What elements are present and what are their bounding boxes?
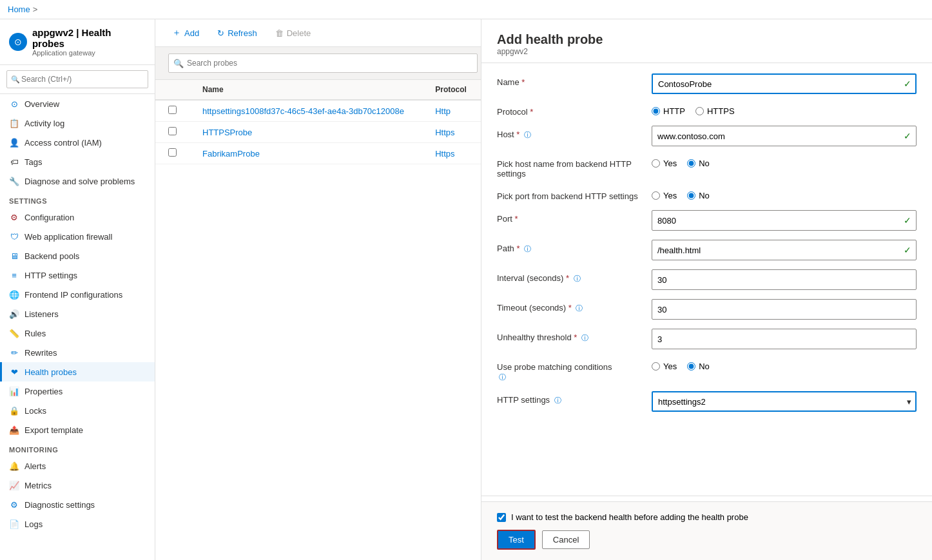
sidebar-item-backend-pools[interactable]: 🖥 Backend pools: [0, 246, 155, 266]
protocol-https-label[interactable]: HTTPS: [695, 106, 735, 116]
unhealthy-label: Unhealthy threshold * ⓘ: [497, 329, 652, 343]
delete-button[interactable]: 🗑 Delete: [271, 26, 315, 41]
sidebar-item-label: Diagnostic settings: [24, 500, 95, 510]
http-settings-control: httpsettings2 ▾: [652, 391, 917, 412]
sidebar-item-health-probes[interactable]: ❤ Health probes: [0, 362, 155, 381]
sidebar-item-activity-log[interactable]: 📋 Activity log: [0, 113, 155, 133]
refresh-button[interactable]: ↻ Refresh: [213, 26, 261, 41]
interval-control: [652, 269, 917, 290]
pick-host-yes-radio[interactable]: [652, 159, 660, 168]
path-input[interactable]: [652, 240, 917, 260]
probe-matching-no-label[interactable]: No: [687, 362, 710, 371]
pick-port-no-radio[interactable]: [687, 191, 695, 200]
sidebar-item-logs[interactable]: 📄 Logs: [0, 514, 155, 534]
pick-host-no-label[interactable]: No: [687, 159, 710, 168]
table-area: Name Protocol httpsettings1008fd37c-46c5…: [155, 80, 481, 560]
sidebar-item-configuration[interactable]: ⚙ Configuration: [0, 208, 155, 227]
sidebar-item-label: Rewrites: [24, 348, 57, 358]
probe-matching-control: Yes No: [652, 358, 917, 371]
pick-port-no-text: No: [699, 191, 710, 200]
protocol-http-radio[interactable]: [652, 107, 660, 115]
path-input-wrap: ✓: [652, 240, 917, 260]
port-input-wrap: ✓: [652, 210, 917, 231]
probe-matching-yes-label[interactable]: Yes: [652, 362, 677, 371]
table-search-area: 🔍: [155, 47, 481, 80]
sidebar-item-alerts[interactable]: 🔔 Alerts: [0, 456, 155, 476]
table-search-icon: 🔍: [173, 59, 184, 68]
sidebar-item-metrics[interactable]: 📈 Metrics: [0, 476, 155, 495]
sidebar-item-label: Activity log: [24, 119, 64, 128]
sidebar-item-waf[interactable]: 🛡 Web application firewall: [0, 227, 155, 246]
row-name[interactable]: HTTPSProbe: [202, 128, 252, 137]
test-button[interactable]: Test: [497, 530, 536, 550]
delete-label: Delete: [287, 28, 311, 38]
row-checkbox[interactable]: [168, 106, 177, 114]
sidebar-item-frontend-ip[interactable]: 🌐 Frontend IP configurations: [0, 285, 155, 304]
protocol-https-radio[interactable]: [695, 107, 704, 115]
form-row-host: Host * ⓘ ✓: [497, 126, 917, 146]
path-info-icon: ⓘ: [524, 245, 531, 253]
probe-matching-no-radio[interactable]: [687, 362, 695, 371]
sidebar-item-label: Configuration: [24, 213, 74, 222]
row-checkbox[interactable]: [168, 127, 177, 135]
pick-port-yes-radio[interactable]: [652, 191, 660, 200]
timeout-info-icon: ⓘ: [576, 304, 583, 312]
monitoring-section-label: Monitoring: [0, 439, 155, 456]
pick-port-radio-group: Yes No: [652, 188, 917, 200]
host-input[interactable]: [652, 126, 917, 146]
host-check-icon: ✓: [904, 131, 911, 141]
sidebar-search-input[interactable]: [6, 70, 148, 88]
sidebar-item-tags[interactable]: 🏷 Tags: [0, 152, 155, 171]
sidebar-item-listeners[interactable]: 🔊 Listeners: [0, 304, 155, 323]
sidebar-item-export-template[interactable]: 📤 Export template: [0, 420, 155, 439]
listeners-icon: 🔊: [9, 309, 19, 319]
pick-host-no-radio[interactable]: [687, 159, 695, 168]
panel-footer: I want to test the backend health before…: [481, 501, 932, 560]
test-checkbox[interactable]: [497, 513, 506, 522]
pick-host-yes-text: Yes: [663, 159, 677, 168]
sidebar-item-diagnostic-settings[interactable]: ⚙ Diagnostic settings: [0, 495, 155, 514]
resource-title: ⊙ appgwv2 | Health probes Application ga…: [9, 27, 146, 57]
breadcrumb-home[interactable]: Home: [8, 5, 30, 14]
pick-port-yes-label[interactable]: Yes: [652, 191, 677, 200]
row-name[interactable]: FabrikamProbe: [202, 149, 260, 159]
row-protocol: Https: [422, 143, 481, 164]
protocol-http-label[interactable]: HTTP: [652, 106, 685, 116]
cancel-button[interactable]: Cancel: [542, 530, 590, 549]
row-name[interactable]: httpsettings1008fd37c-46c5-43ef-ae4a-3db…: [202, 106, 404, 116]
table-search-input[interactable]: [168, 53, 478, 73]
sidebar-item-http-settings[interactable]: ≡ HTTP settings: [0, 266, 155, 285]
refresh-label: Refresh: [228, 28, 257, 38]
unhealthy-control: [652, 329, 917, 349]
sidebar-item-properties[interactable]: 📊 Properties: [0, 381, 155, 401]
http-settings-info-icon: ⓘ: [554, 396, 561, 404]
http-settings-select[interactable]: httpsettings2: [652, 391, 917, 412]
export-template-icon: 📤: [9, 425, 19, 435]
sidebar-header: ⊙ appgwv2 | Health probes Application ga…: [0, 19, 155, 65]
row-checkbox[interactable]: [168, 148, 177, 157]
pick-host-control: Yes No: [652, 155, 917, 168]
pick-host-label: Pick host name from backend HTTP setting…: [497, 155, 652, 179]
port-input[interactable]: [652, 210, 917, 231]
pick-port-no-label[interactable]: No: [687, 191, 710, 200]
name-control: ✓: [652, 73, 917, 94]
add-button[interactable]: ＋ Add: [168, 24, 203, 41]
http-settings-select-wrap: httpsettings2 ▾: [652, 391, 917, 412]
interval-input-wrap: [652, 269, 917, 290]
diagnostic-settings-icon: ⚙: [9, 499, 19, 510]
sidebar-item-overview[interactable]: ⊙ Overview: [0, 94, 155, 113]
timeout-input[interactable]: [652, 299, 917, 320]
sidebar-item-rules[interactable]: 📏 Rules: [0, 323, 155, 343]
pick-host-yes-label[interactable]: Yes: [652, 159, 677, 168]
sidebar-item-diagnose[interactable]: 🔧 Diagnose and solve problems: [0, 171, 155, 191]
sidebar-item-locks[interactable]: 🔒 Locks: [0, 401, 155, 420]
sidebar-search-wrap: 🔍: [6, 70, 148, 88]
unhealthy-input[interactable]: [652, 329, 917, 349]
name-input[interactable]: [652, 73, 917, 94]
probe-matching-yes-radio[interactable]: [652, 362, 660, 371]
sidebar-item-rewrites[interactable]: ✏ Rewrites: [0, 343, 155, 362]
sidebar-item-access-control[interactable]: 👤 Access control (IAM): [0, 133, 155, 152]
interval-input[interactable]: [652, 269, 917, 290]
access-control-icon: 👤: [9, 137, 19, 148]
configuration-icon: ⚙: [9, 212, 19, 222]
